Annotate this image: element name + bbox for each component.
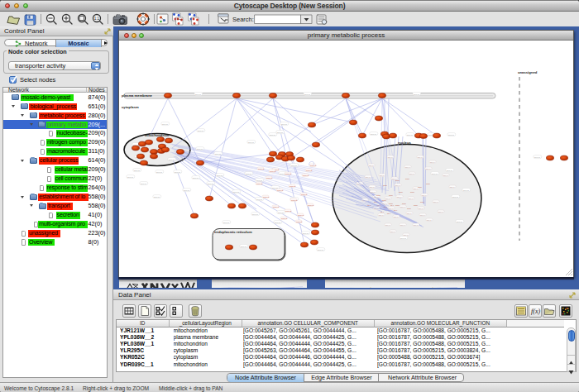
svg-text:sml-a: sml-a	[379, 214, 384, 216]
svg-text:sml-a: sml-a	[438, 211, 443, 213]
svg-text:1Gm-rtl: 1Gm-rtl	[303, 174, 309, 176]
svg-text:1:1: 1:1	[94, 17, 100, 21]
svg-text:1Gm-rtl: 1Gm-rtl	[290, 185, 296, 187]
svg-text:1Gm-rtl: 1Gm-rtl	[270, 170, 276, 172]
svg-text:Sim-jd: Sim-jd	[448, 134, 454, 136]
svg-text:sml-a: sml-a	[427, 219, 432, 221]
svg-text:1Gm: 1Gm	[395, 179, 400, 181]
svg-text:1Gm: 1Gm	[383, 184, 387, 186]
svg-text:sml-a: sml-a	[394, 216, 399, 218]
svg-text:unassigned: unassigned	[518, 70, 538, 74]
svg-text:sml-a: sml-a	[420, 214, 425, 216]
svg-text:sml-a: sml-a	[407, 213, 412, 214]
svg-text:sml-a: sml-a	[388, 156, 393, 158]
svg-text:1Gm: 1Gm	[418, 186, 422, 188]
svg-text:sml-a: sml-a	[419, 208, 423, 209]
svg-text:sml-a: sml-a	[409, 198, 414, 199]
svg-text:Sim-jd: Sim-jd	[175, 171, 180, 174]
svg-text:1Gm-rtl: 1Gm-rtl	[256, 183, 263, 184]
svg-text:1Gm: 1Gm	[414, 204, 418, 206]
svg-text:sml-a: sml-a	[414, 188, 419, 189]
svg-text:sml-a: sml-a	[404, 234, 409, 236]
svg-text:1Gm-rtl: 1Gm-rtl	[298, 214, 304, 216]
svg-text:sml-a: sml-a	[405, 166, 410, 168]
svg-text:Sim-jd: Sim-jd	[127, 176, 133, 179]
svg-text:Sim-jd: Sim-jd	[184, 189, 189, 192]
svg-text:rd-x: rd-x	[387, 213, 391, 215]
svg-text:Sim-jd: Sim-jd	[169, 159, 175, 161]
svg-text:1Gm: 1Gm	[420, 201, 424, 203]
svg-text:Sim-jd: Sim-jd	[407, 134, 413, 136]
svg-text:1Gm: 1Gm	[405, 178, 409, 179]
svg-text:Sim-jd: Sim-jd	[275, 222, 280, 224]
svg-text:nucleus: nucleus	[398, 141, 411, 145]
svg-text:Sim-jd: Sim-jd	[452, 196, 458, 198]
svg-text:Sim-jd: Sim-jd	[134, 170, 140, 172]
svg-text:sml-a: sml-a	[397, 196, 402, 198]
svg-text:sml-a: sml-a	[366, 176, 371, 178]
svg-text:Sim-jd: Sim-jd	[215, 153, 221, 155]
svg-text:Sim-jd: Sim-jd	[248, 141, 254, 144]
svg-text:Sim-jd: Sim-jd	[318, 249, 323, 251]
svg-text:Sim-jd: Sim-jd	[291, 165, 297, 167]
svg-text:cytoplasm: cytoplasm	[122, 105, 139, 109]
svg-text:1Gm: 1Gm	[426, 183, 430, 184]
svg-text:Sim-jd: Sim-jd	[371, 133, 376, 136]
svg-text:Sim-jd: Sim-jd	[223, 222, 229, 224]
svg-text:endoplasmic reticulum: endoplasmic reticulum	[214, 230, 252, 234]
svg-text:sml-a: sml-a	[414, 224, 419, 226]
svg-text:1Gm-rtl: 1Gm-rtl	[263, 196, 270, 198]
svg-text:1Gm-rtl: 1Gm-rtl	[301, 194, 308, 195]
svg-text:Sim-jd: Sim-jd	[447, 170, 452, 172]
svg-text:Sim-jd: Sim-jd	[198, 130, 203, 132]
svg-text:sml-a: sml-a	[385, 198, 390, 199]
svg-text:1Gm: 1Gm	[382, 199, 386, 201]
svg-text:Sim-jd: Sim-jd	[197, 148, 203, 151]
svg-text:1Gm-rtl: 1Gm-rtl	[266, 177, 273, 179]
svg-text:rd-x: rd-x	[374, 201, 378, 203]
svg-text:1Gm: 1Gm	[399, 191, 403, 193]
svg-text:Sim-jd: Sim-jd	[463, 189, 469, 192]
svg-text:Sim-jd: Sim-jd	[303, 232, 309, 235]
svg-text:1Gm-rtl: 1Gm-rtl	[308, 204, 314, 206]
svg-text:Sim-jd: Sim-jd	[246, 173, 251, 175]
svg-text:Sim-jd: Sim-jd	[252, 213, 258, 216]
svg-text:Sim-jd: Sim-jd	[457, 221, 462, 223]
svg-text:Sim-jd: Sim-jd	[304, 93, 310, 96]
svg-text:sml-a: sml-a	[422, 194, 427, 196]
svg-text:sml-a: sml-a	[443, 174, 448, 176]
svg-text:sml-a: sml-a	[430, 161, 435, 163]
svg-text:mitochondrion: mitochondrion	[145, 133, 170, 137]
svg-text:1Gm-rtl: 1Gm-rtl	[291, 199, 298, 201]
svg-text:Sim-jd: Sim-jd	[233, 191, 239, 194]
svg-text:1Gm-rtl: 1Gm-rtl	[296, 221, 303, 222]
svg-text:sml-a: sml-a	[400, 206, 405, 208]
svg-text:sml-a: sml-a	[426, 168, 431, 170]
svg-text:1Gm-rtl: 1Gm-rtl	[285, 173, 292, 174]
svg-text:1Gm-rtl: 1Gm-rtl	[273, 206, 280, 208]
svg-text:1Gm-rtl: 1Gm-rtl	[277, 189, 284, 191]
svg-text:sml-a: sml-a	[418, 156, 423, 158]
svg-text:sml-a: sml-a	[385, 224, 390, 226]
svg-text:Sim-jd: Sim-jd	[162, 123, 168, 126]
svg-text:sml-a: sml-a	[370, 186, 375, 188]
svg-text:plasma membrane: plasma membrane	[122, 93, 152, 98]
svg-text:1Gm-rtl: 1Gm-rtl	[285, 210, 292, 212]
svg-text:1Gm: 1Gm	[407, 208, 411, 209]
svg-text:rd-x: rd-x	[394, 209, 398, 212]
svg-text:Sim-jd: Sim-jd	[534, 156, 540, 159]
svg-text:1Gm: 1Gm	[376, 194, 380, 196]
svg-text:Sim-jd: Sim-jd	[281, 123, 287, 126]
svg-text:sml-a: sml-a	[395, 184, 400, 186]
svg-text:sml-a: sml-a	[371, 191, 376, 193]
svg-text:Sim-jd: Sim-jd	[400, 237, 406, 240]
svg-text:1Gm: 1Gm	[389, 194, 393, 196]
svg-text:sml-a: sml-a	[450, 186, 455, 188]
svg-text:Sim-jd: Sim-jd	[432, 173, 438, 175]
svg-text:1Gm-rtl: 1Gm-rtl	[310, 165, 317, 166]
svg-text:sml-a: sml-a	[409, 173, 414, 174]
svg-text:sml-a: sml-a	[433, 201, 438, 203]
svg-text:Sim-jd: Sim-jd	[256, 198, 262, 201]
svg-text:Sim-jd: Sim-jd	[217, 174, 223, 177]
svg-text:1Gm-rtl: 1Gm-rtl	[281, 218, 288, 219]
